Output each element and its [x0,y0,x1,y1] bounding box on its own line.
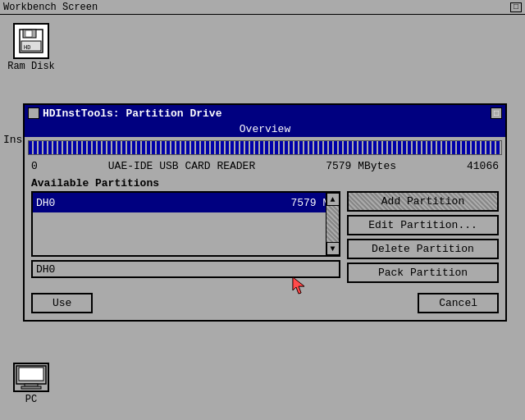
add-partition-button[interactable]: Add Partition [347,191,499,212]
partition-name: DH0 [36,197,55,209]
svg-text:HD: HD [24,44,30,51]
partition-list-scrollbar[interactable]: ▲ ▼ [326,193,339,255]
edit-partition-button[interactable]: Edit Partition... [347,215,499,235]
dialog-resize-button[interactable]: □ [491,107,502,119]
ins-label: Ins [3,134,22,146]
ramdisk-label: Ram Disk [7,61,55,72]
drive-size: 7579 MBytes [326,160,396,172]
drive-index: 0 [31,160,38,172]
dialog-bottom-buttons: Use Cancel [25,290,505,320]
scrollbar-up-button[interactable]: ▲ [326,193,340,206]
dialog-titlebar-left: HDInstTools: Partition Drive [28,107,221,120]
scrollbar-down-button[interactable]: ▼ [326,242,340,255]
dialog-close-button[interactable] [28,107,39,119]
partitions-left: DH0 7579 MB ▲ ▼ DH0 [31,191,340,283]
pack-partition-button[interactable]: Pack Partition [347,262,499,283]
screen-minimize-button[interactable]: □ [510,2,522,12]
partition-name-value: DH0 [36,263,55,276]
dialog-title: HDInstTools: Partition Drive [43,107,221,120]
delete-partition-button[interactable]: Delete Partition [347,239,499,259]
ramdisk-icon-image: HD [13,23,49,59]
partition-name-field[interactable]: DH0 [31,260,340,278]
partitions-area: DH0 7579 MB ▲ ▼ DH0 Add Parti [25,191,505,290]
partition-item[interactable]: DH0 7579 MB [33,193,339,212]
overview-bar: Overview [25,121,505,137]
screen-titlebar: Workbench Screen □ [0,0,525,15]
scrollbar-track [326,206,339,242]
pc-label: PC [25,394,37,405]
partition-list[interactable]: DH0 7579 MB ▲ ▼ [31,191,340,257]
partitions-section-label: Available Partitions [25,174,505,191]
cancel-button[interactable]: Cancel [418,293,499,313]
partitions-right: Add Partition Edit Partition... Delete P… [347,191,499,283]
use-button[interactable]: Use [31,293,93,313]
screen-title: Workbench Screen [3,2,98,13]
svg-rect-6 [19,368,43,381]
drive-visual-bar [28,140,502,155]
pc-icon[interactable]: PC [7,363,56,405]
drive-cylinders: 41066 [467,160,499,172]
ramdisk-icon[interactable]: HD Ram Disk [7,23,56,72]
svg-rect-8 [21,386,41,389]
drive-info-row: 0 UAE-IDE USB CARD READER 7579 MBytes 41… [25,158,505,174]
desktop: HD Ram Disk Ins PC HDInstTools: Partitio… [0,15,525,420]
drive-name: UAE-IDE USB CARD READER [108,160,255,172]
pc-icon-image [13,363,49,392]
partition-dialog: HDInstTools: Partition Drive □ Overview … [23,103,507,322]
dialog-titlebar: HDInstTools: Partition Drive □ [25,105,505,121]
svg-rect-2 [25,30,32,37]
